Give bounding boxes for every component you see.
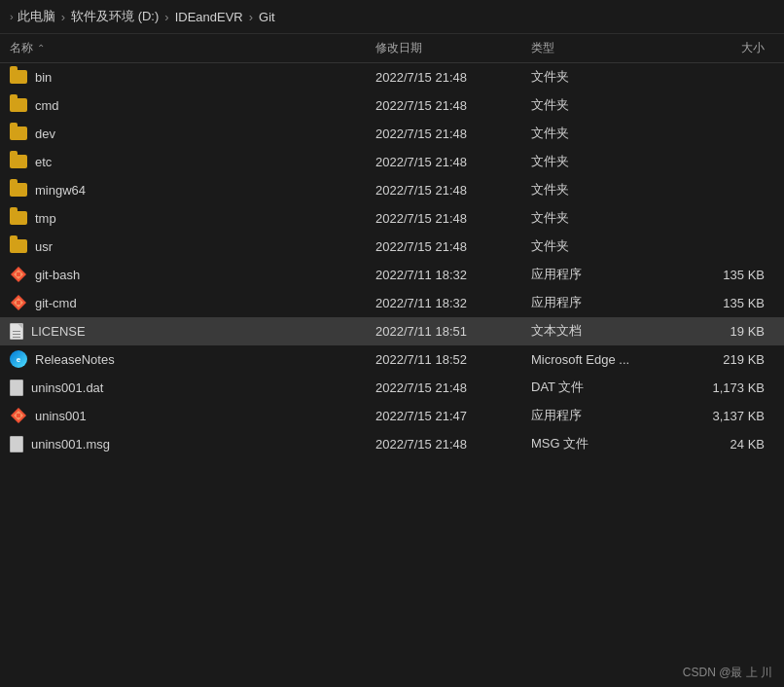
file-list: bin 2022/7/15 21:48 文件夹 cmd 2022/7/15 21… [0,63,784,680]
file-name: git-bash [35,268,80,282]
table-row[interactable]: usr 2022/7/15 21:48 文件夹 [0,233,784,261]
table-row[interactable]: unins001.dat 2022/7/15 21:48 DAT 文件 1,17… [0,374,784,402]
file-name: bin [35,70,52,85]
file-name: etc [35,155,52,169]
file-name-cell: unins001.dat [10,380,375,396]
file-type: 文件夹 [531,237,687,255]
table-row[interactable]: mingw64 2022/7/15 21:48 文件夹 [0,176,784,204]
file-name-cell: mingw64 [10,183,375,198]
file-size: 135 KB [687,296,774,310]
file-size: 19 KB [687,324,774,339]
file-modified: 2022/7/11 18:32 [375,296,531,310]
git-icon [10,266,27,283]
file-modified: 2022/7/15 21:48 [375,70,531,85]
col-header-type[interactable]: 类型 [531,40,687,56]
git-icon [10,294,27,311]
table-row[interactable]: cmd 2022/7/15 21:48 文件夹 [0,91,784,120]
file-name-cell: unins001 [10,407,375,424]
file-modified: 2022/7/15 21:48 [375,183,531,198]
breadcrumb-item-0[interactable]: 此电脑 [18,8,55,25]
file-name-cell: e ReleaseNotes [10,350,375,368]
file-modified: 2022/7/15 21:48 [375,380,531,395]
table-row[interactable]: unins001 2022/7/15 21:47 应用程序 3,137 KB [0,402,784,430]
file-type: DAT 文件 [531,379,687,396]
watermark: CSDN @最 上 川 [683,665,772,681]
file-name: LICENSE [31,324,86,339]
file-type: 文件夹 [531,153,687,170]
folder-icon [10,98,27,112]
table-row[interactable]: unins001.msg 2022/7/15 21:48 MSG 文件 24 K… [0,430,784,458]
file-name: tmp [35,211,56,226]
file-name: ReleaseNotes [35,352,115,367]
table-row[interactable]: git-bash 2022/7/11 18:32 应用程序 135 KB [0,261,784,289]
file-size: 24 KB [687,437,774,452]
file-size: 3,137 KB [687,409,774,423]
dat-icon [10,436,23,452]
file-type: 文件夹 [531,181,687,199]
breadcrumb-sep-0: › [61,10,65,24]
file-name: usr [35,239,53,254]
file-modified: 2022/7/15 21:48 [375,127,531,141]
file-name-cell: git-cmd [10,294,375,311]
file-name: dev [35,127,55,141]
file-name-cell: dev [10,127,375,141]
breadcrumb-arrow: › [10,11,14,22]
table-row[interactable]: dev 2022/7/15 21:48 文件夹 [0,120,784,148]
file-name: mingw64 [35,183,86,198]
table-row[interactable]: e ReleaseNotes 2022/7/11 18:52 Microsoft… [0,345,784,374]
folder-icon [10,183,27,197]
folder-icon [10,239,27,253]
file-name-cell: bin [10,70,375,85]
file-name: git-cmd [35,296,77,310]
svg-rect-8 [17,414,20,417]
file-name-cell: cmd [10,98,375,113]
col-header-name[interactable]: 名称 ⌃ [10,40,375,56]
file-name: unins001 [35,409,87,423]
folder-icon [10,70,27,84]
folder-icon [10,211,27,225]
file-name-cell: usr [10,239,375,254]
edge-icon: e [10,350,27,368]
svg-rect-5 [17,301,20,305]
file-type: 文本文档 [531,322,687,340]
file-modified: 2022/7/15 21:47 [375,409,531,423]
col-header-modified[interactable]: 修改日期 [375,40,531,56]
file-modified: 2022/7/15 21:48 [375,155,531,169]
table-row[interactable]: tmp 2022/7/15 21:48 文件夹 [0,204,784,233]
file-size: 219 KB [687,352,774,367]
file-size: 135 KB [687,268,774,282]
table-row[interactable]: etc 2022/7/15 21:48 文件夹 [0,148,784,176]
file-name-cell: etc [10,155,375,169]
table-row[interactable]: LICENSE 2022/7/11 18:51 文本文档 19 KB [0,317,784,345]
folder-icon [10,155,27,168]
file-modified: 2022/7/15 21:48 [375,211,531,226]
file-type: 应用程序 [531,294,687,311]
table-row[interactable]: git-cmd 2022/7/11 18:32 应用程序 135 KB [0,289,784,317]
svg-rect-2 [17,272,20,276]
file-name: cmd [35,98,59,113]
file-type: 文件夹 [531,96,687,114]
file-modified: 2022/7/11 18:52 [375,352,531,367]
file-name-cell: git-bash [10,266,375,283]
col-header-size[interactable]: 大小 [687,40,774,56]
breadcrumb-item-3[interactable]: Git [259,10,275,24]
breadcrumb-item-1[interactable]: 软件及环境 (D:) [71,8,159,25]
file-modified: 2022/7/15 21:48 [375,239,531,254]
file-modified: 2022/7/11 18:51 [375,324,531,339]
git-icon [10,407,27,424]
file-type: 文件夹 [531,209,687,227]
column-headers: 名称 ⌃ 修改日期 类型 大小 [0,34,784,63]
file-size: 1,173 KB [687,380,774,395]
breadcrumb-sep-1: › [164,10,168,24]
file-modified: 2022/7/11 18:32 [375,268,531,282]
file-type: 应用程序 [531,407,687,424]
file-type: MSG 文件 [531,435,687,452]
table-row[interactable]: bin 2022/7/15 21:48 文件夹 [0,63,784,91]
dat-icon [10,380,23,396]
breadcrumb-item-2[interactable]: IDEandEVR [175,10,243,24]
folder-icon [10,127,27,140]
file-type: 应用程序 [531,266,687,283]
file-name-cell: LICENSE [10,323,375,340]
breadcrumb-sep-2: › [249,10,253,24]
file-type: 文件夹 [531,68,687,86]
